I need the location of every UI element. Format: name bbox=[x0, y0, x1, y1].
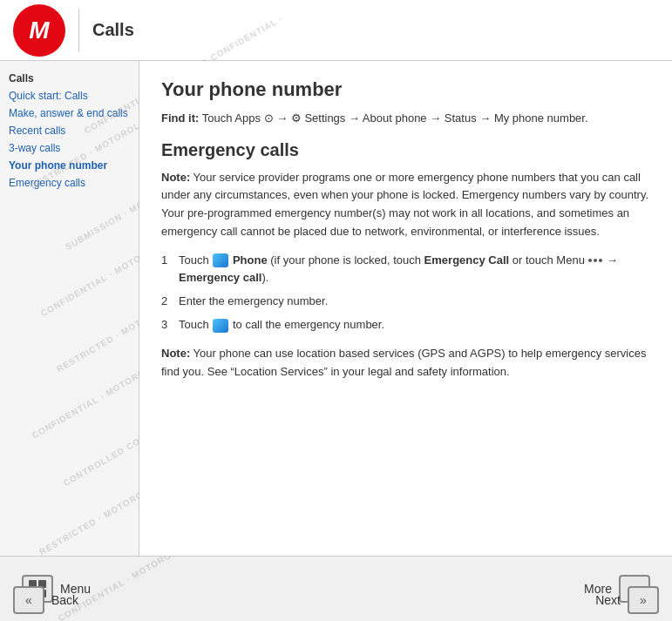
sidebar-item-recent[interactable]: Recent calls bbox=[0, 122, 139, 139]
note2-text: Your phone can use location based servic… bbox=[161, 347, 646, 378]
content-area: Calls Quick start: Calls Make, answer & … bbox=[0, 61, 672, 556]
step-1-num: 1 bbox=[161, 252, 172, 288]
sidebar: Calls Quick start: Calls Make, answer & … bbox=[0, 61, 139, 556]
logo-letter: M bbox=[29, 17, 49, 44]
find-it-paragraph: Find it: Touch Apps ⊙ → ⚙ Settings → Abo… bbox=[161, 110, 650, 127]
note2-label: Note: bbox=[161, 347, 190, 360]
back-button-group[interactable]: « Back bbox=[13, 586, 78, 614]
step-2-content: Enter the emergency number. bbox=[179, 293, 328, 311]
next-button-group[interactable]: Next » bbox=[595, 586, 659, 614]
back-label: Back bbox=[51, 593, 78, 607]
step-3-num: 3 bbox=[161, 316, 172, 334]
steps-list: 1 Touch Phone (if your phone is locked, … bbox=[161, 252, 650, 334]
note1-block: Note: Your service provider programs one… bbox=[161, 169, 650, 241]
sidebar-item-your-phone-number[interactable]: Your phone number bbox=[0, 157, 139, 174]
next-label: Next bbox=[595, 593, 621, 607]
sidebar-item-emergency[interactable]: Emergency calls bbox=[0, 174, 139, 192]
find-it-content: Touch Apps ⊙ → ⚙ Settings → About phone … bbox=[202, 111, 588, 125]
header: M Calls bbox=[0, 0, 672, 61]
step-1-content: Touch Phone (if your phone is locked, to… bbox=[179, 252, 650, 288]
next-icon-box: » bbox=[628, 586, 659, 614]
main-container: CONFIDENTIAL · MOTOROLA CONFIDENTIAL · R… bbox=[0, 0, 672, 621]
sidebar-item-3way[interactable]: 3-way calls bbox=[0, 139, 139, 157]
bottom-toolbar: Menu More ▼ « Back Next » bbox=[0, 556, 672, 621]
note2-block: Note: Your phone can use location based … bbox=[161, 345, 650, 381]
step-1: 1 Touch Phone (if your phone is locked, … bbox=[161, 252, 650, 288]
find-it-label: Find it: bbox=[161, 111, 199, 125]
sidebar-section-header: Calls bbox=[0, 70, 139, 87]
page-title: Calls bbox=[92, 20, 134, 40]
phone-icon-2 bbox=[213, 319, 228, 333]
step-2: 2 Enter the emergency number. bbox=[161, 293, 650, 311]
sidebar-item-quickstart[interactable]: Quick start: Calls bbox=[0, 87, 139, 105]
section2-title: Emergency calls bbox=[161, 140, 650, 160]
step-2-num: 2 bbox=[161, 293, 172, 311]
back-icon-box: « bbox=[13, 586, 44, 614]
note1-text: Your service provider programs one or mo… bbox=[161, 171, 648, 238]
step-3: 3 Touch to call the emergency number. bbox=[161, 316, 650, 334]
step-3-content: Touch to call the emergency number. bbox=[179, 316, 384, 334]
sidebar-item-make-answer[interactable]: Make, answer & end calls bbox=[0, 105, 139, 122]
arrow-left-icon: « bbox=[25, 593, 32, 607]
motorola-logo: M bbox=[13, 4, 65, 57]
arrow-right-icon: » bbox=[640, 593, 647, 607]
main-content: Your phone number Find it: Touch Apps ⊙ … bbox=[139, 61, 672, 556]
section1-title: Your phone number bbox=[161, 78, 650, 101]
phone-icon-1 bbox=[213, 253, 228, 267]
note1-label: Note: bbox=[161, 171, 190, 184]
